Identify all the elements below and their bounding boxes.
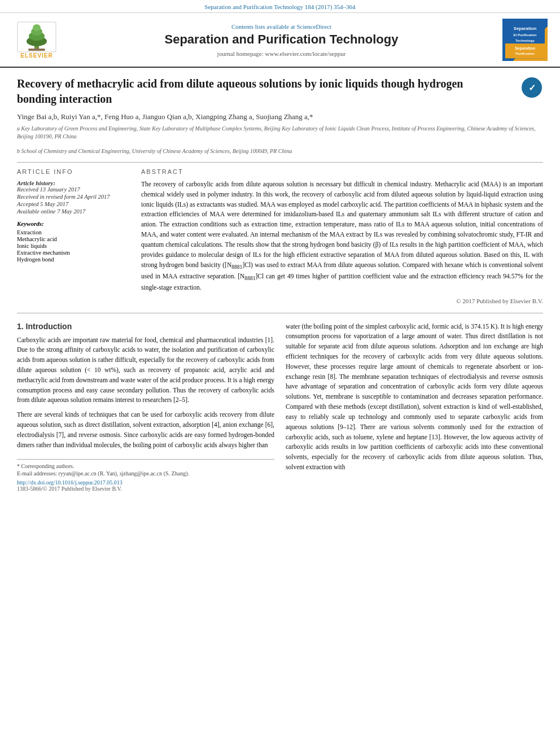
sciencedirect-link[interactable]: Contents lists available at ScienceDirec…	[68, 23, 495, 30]
article-info-abstract-section: ARTICLE INFO Article history: Received 1…	[17, 168, 543, 304]
abstract-label: ABSTRACT	[141, 168, 543, 175]
intro-para-1: Carboxylic acids are important raw mater…	[17, 335, 274, 406]
corner-logo-box: Separation El Purification Technology Se…	[502, 19, 548, 61]
journal-title: Separation and Purification Technology	[68, 32, 495, 47]
issn-text: 1383-5866/© 2017 Published by Elsevier B…	[17, 486, 274, 492]
keyword-2: Methacrylic acid	[17, 236, 130, 242]
crossmark-circle-icon: ✓	[522, 77, 542, 98]
keyword-3: Ionic liquids	[17, 243, 130, 249]
history-label: Article history:	[17, 180, 130, 186]
email-note: E-mail addresses: ryyan@ipe.ac.cn (R. Ya…	[17, 470, 274, 477]
keyword-1: Extraction	[17, 229, 130, 235]
intro-para-2: There are several kinds of techniques th…	[17, 410, 274, 450]
svg-text:El Purification: El Purification	[513, 33, 536, 37]
copyright: © 2017 Published by Elsevier B.V.	[141, 298, 543, 304]
svg-point-6	[33, 24, 41, 31]
journal-corner-logo: Separation El Purification Technology Se…	[501, 19, 549, 61]
intro-para-right-1: water (the boiling point of the simplest…	[286, 322, 543, 473]
revised-date: Received in revised form 24 April 2017	[17, 194, 130, 200]
crossmark-logo[interactable]: ✓	[520, 76, 543, 99]
elsevier-tree-icon	[17, 21, 56, 53]
received-date: Received 13 January 2017	[17, 186, 130, 193]
svg-text:Separation: Separation	[513, 26, 536, 31]
svg-text:✓: ✓	[528, 83, 536, 93]
abstract-column: ABSTRACT The recovery of carboxylic acid…	[141, 168, 543, 304]
journal-citation-bar: Separation and Purification Technology 1…	[0, 0, 560, 13]
body-columns: 1. Introduction Carboxylic acids are imp…	[17, 322, 543, 492]
svg-text:Technology: Technology	[515, 38, 535, 42]
article-history: Article history: Received 13 January 201…	[17, 180, 130, 215]
affiliation-a: a Key Laboratory of Green Process and En…	[17, 125, 543, 141]
header-divider	[17, 162, 543, 163]
svg-text:Separation: Separation	[514, 46, 535, 51]
journal-center-info: Contents lists available at ScienceDirec…	[68, 23, 495, 57]
footnote-section: * Corresponding authors. E-mail addresse…	[17, 459, 274, 492]
svg-text:Purification: Purification	[515, 51, 535, 55]
keywords-label: Keywords:	[17, 220, 130, 227]
elsevier-brand-text: ELSEVIER	[20, 53, 53, 59]
svg-rect-1	[28, 49, 45, 51]
keyword-4: Extractive mechanism	[17, 250, 130, 256]
article-info-label: ARTICLE INFO	[17, 168, 130, 175]
article-info-column: ARTICLE INFO Article history: Received 1…	[17, 168, 130, 304]
body-left-col: 1. Introduction Carboxylic acids are imp…	[17, 322, 274, 492]
authors: Yinge Bai a,b, Ruiyi Yan a,*, Feng Huo a…	[17, 112, 543, 121]
abstract-text: The recovery of carboxylic acids from di…	[141, 180, 543, 293]
journal-header: ELSEVIER Contents lists available at Sci…	[0, 13, 560, 68]
paper-content: Recovery of methacrylic acid from dilute…	[0, 68, 560, 503]
keywords-section: Keywords: Extraction Methacrylic acid Io…	[17, 220, 130, 263]
corresponding-note: * Corresponding authors.	[17, 463, 274, 469]
keyword-5: Hydrogen bond	[17, 256, 130, 263]
available-date: Available online 7 May 2017	[17, 208, 130, 215]
accepted-date: Accepted 5 May 2017	[17, 201, 130, 207]
journal-homepage: journal homepage: www.elsevier.com/locat…	[68, 50, 495, 57]
paper-title: Recovery of methacrylic acid from dilute…	[17, 76, 480, 107]
doi-link[interactable]: http://dx.doi.org/10.1016/j.seppur.2017.…	[17, 479, 274, 486]
journal-citation: Separation and Purification Technology 1…	[204, 3, 355, 10]
section-divider	[17, 313, 543, 313]
affiliation-b: b School of Chemistry and Chemical Engin…	[17, 147, 543, 155]
body-right-col: water (the boiling point of the simplest…	[286, 322, 543, 492]
paper-title-section: Recovery of methacrylic acid from dilute…	[17, 76, 543, 107]
elsevier-logo: ELSEVIER	[11, 21, 62, 59]
intro-section-label: 1. Introduction	[17, 322, 274, 331]
